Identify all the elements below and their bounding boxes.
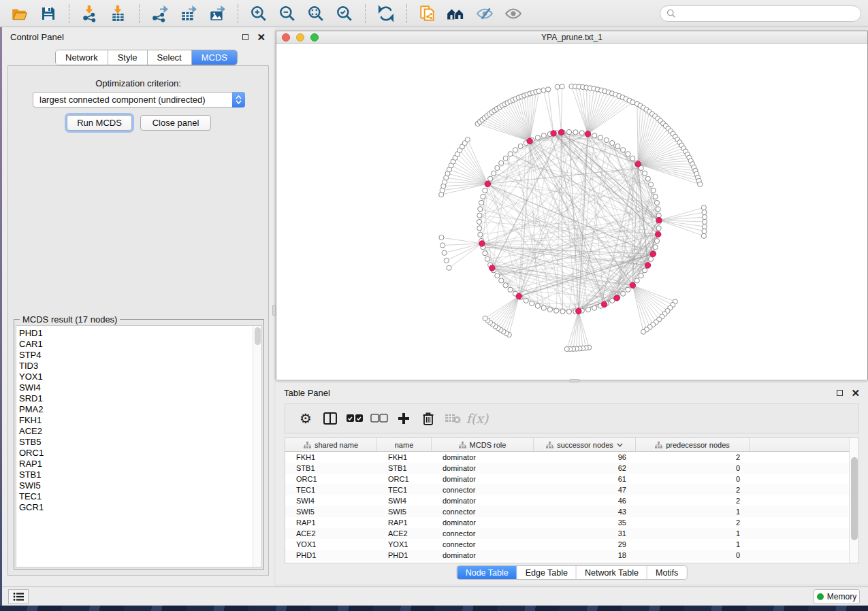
cell[interactable]: STB1 [285, 463, 377, 474]
mcds-node-item[interactable]: STP4 [19, 350, 253, 361]
mcds-node-item[interactable]: ACE2 [19, 426, 253, 437]
cell[interactable]: TEC1 [285, 484, 377, 495]
import-network-button[interactable] [78, 3, 101, 24]
table-settings-button[interactable]: ⚙ [293, 407, 318, 430]
node-table-grid[interactable]: shared namenameMCDS rolesuccessor nodesp… [285, 438, 849, 563]
tab-network[interactable]: Network [56, 50, 108, 65]
cell[interactable]: 62 [534, 463, 636, 474]
export-image-button[interactable] [206, 3, 229, 24]
vertical-splitter-handle[interactable] [272, 305, 276, 316]
mcds-node-item[interactable]: STB5 [19, 437, 253, 448]
column-header-shared-name[interactable]: shared name [285, 438, 377, 451]
cell[interactable]: ORC1 [285, 474, 377, 484]
cell[interactable]: 29 [534, 539, 636, 550]
cell[interactable]: 1 [636, 539, 750, 550]
import-table-button[interactable] [107, 3, 130, 24]
zoom-fit-button[interactable] [304, 3, 327, 24]
cell[interactable]: dominator [432, 550, 534, 561]
cell[interactable]: dominator [432, 517, 534, 528]
mcds-node-item[interactable]: SWI4 [19, 382, 253, 393]
tab-edge-table[interactable]: Edge Table [517, 566, 577, 579]
cell[interactable]: FKH1 [377, 452, 432, 463]
cell[interactable]: dominator [432, 463, 534, 474]
cell[interactable]: 47 [534, 484, 636, 495]
float-panel-icon[interactable] [242, 34, 248, 40]
cell[interactable]: FKH1 [285, 452, 377, 463]
refresh-button[interactable] [374, 3, 398, 24]
tab-select[interactable]: Select [148, 50, 192, 65]
cell[interactable]: 0 [636, 474, 750, 484]
close-panel-button[interactable]: Close panel [140, 115, 211, 131]
cell[interactable]: STB1 [377, 463, 432, 474]
close-panel-icon[interactable]: ✕ [851, 390, 860, 396]
mcds-node-item[interactable]: PHD1 [19, 328, 253, 339]
select-all-rows-button[interactable] [342, 407, 367, 430]
mcds-node-item[interactable]: CAR1 [19, 339, 253, 350]
cell[interactable]: 1 [636, 506, 750, 517]
cell[interactable]: connector [432, 506, 534, 517]
table-scrollbar[interactable] [849, 438, 858, 563]
column-header-MCDS-role[interactable]: MCDS role [432, 438, 534, 451]
mcds-node-item[interactable]: TID3 [19, 361, 253, 371]
memory-button[interactable]: Memory [814, 589, 860, 604]
tab-motifs[interactable]: Motifs [647, 566, 686, 579]
deselect-all-rows-button[interactable] [367, 407, 391, 430]
save-button[interactable] [37, 3, 60, 24]
cell[interactable]: YOX1 [285, 539, 377, 550]
mcds-node-item[interactable]: PMA2 [19, 404, 253, 415]
cell[interactable]: 2 [636, 484, 750, 495]
tab-mcds[interactable]: MCDS [192, 50, 237, 65]
search-box[interactable] [660, 5, 861, 22]
zoom-out-button[interactable] [276, 3, 299, 24]
table-row[interactable]: ORC1ORC1dominator610 [285, 474, 849, 484]
mcds-node-item[interactable]: ORC1 [19, 448, 253, 459]
cell[interactable]: ORC1 [377, 474, 432, 484]
zoom-selected-button[interactable] [333, 3, 356, 24]
table-row[interactable]: FKH1FKH1dominator962 [285, 452, 849, 463]
cell[interactable]: 1 [636, 528, 750, 539]
cell[interactable]: 2 [636, 517, 750, 528]
hide-selected-button[interactable] [473, 3, 496, 24]
mcds-node-item[interactable]: TEC1 [19, 491, 253, 502]
open-folder-button[interactable] [8, 3, 31, 24]
table-row[interactable]: RAP1RAP1dominator352 [285, 517, 849, 528]
cell[interactable]: ACE2 [285, 528, 377, 539]
delete-table-button[interactable] [440, 407, 465, 430]
scrollbar-thumb[interactable] [851, 457, 858, 540]
mcds-node-item[interactable]: SRD1 [19, 393, 253, 404]
float-panel-icon[interactable] [837, 390, 843, 396]
cell[interactable]: 31 [534, 528, 636, 539]
tab-network-table[interactable]: Network Table [577, 566, 647, 579]
mcds-node-item[interactable]: SWI5 [19, 480, 253, 491]
cell[interactable]: YOX1 [377, 539, 432, 550]
cell[interactable]: 18 [534, 550, 636, 561]
cell[interactable]: 43 [534, 506, 636, 517]
criterion-select[interactable]: largest connected component (undirected) [33, 92, 245, 108]
duplicate-network-button[interactable] [416, 3, 439, 24]
cell[interactable]: RAP1 [285, 517, 377, 528]
cell[interactable]: 0 [636, 463, 750, 474]
table-row[interactable]: TEC1TEC1connector472 [285, 484, 849, 495]
table-row[interactable]: ACE2ACE2connector311 [285, 528, 849, 539]
add-column-button[interactable] [391, 407, 416, 430]
export-network-button[interactable] [148, 3, 172, 24]
show-columns-button[interactable] [318, 407, 342, 430]
zoom-in-button[interactable] [247, 3, 270, 24]
show-all-button[interactable] [502, 3, 525, 24]
mcds-node-item[interactable]: YOX1 [19, 371, 253, 382]
cell[interactable]: 2 [636, 452, 750, 463]
first-neighbors-button[interactable] [445, 3, 468, 24]
mcds-node-item[interactable]: STB1 [19, 469, 253, 480]
cell[interactable]: 46 [534, 495, 636, 506]
cell[interactable]: dominator [432, 452, 534, 463]
cell[interactable]: dominator [432, 495, 534, 506]
table-row[interactable]: PHD1PHD1dominator180 [285, 550, 849, 561]
tab-node-table[interactable]: Node Table [457, 566, 517, 579]
column-header-predecessor-nodes[interactable]: predecessor nodes [636, 438, 750, 451]
cell[interactable]: ACE2 [377, 528, 432, 539]
cell[interactable]: dominator [432, 474, 534, 484]
function-builder-button[interactable]: f(x) [465, 407, 489, 430]
cell[interactable]: TEC1 [377, 484, 432, 495]
mcds-list-scrollbar[interactable] [253, 326, 261, 567]
column-header-successor-nodes[interactable]: successor nodes [534, 438, 636, 451]
